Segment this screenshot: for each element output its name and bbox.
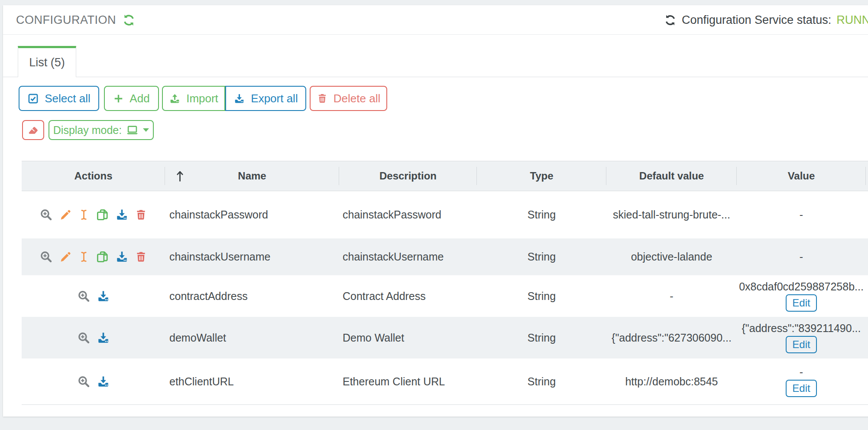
value-text: 0x8cdaf0cd259887258b... — [739, 280, 864, 293]
cell-type: String — [477, 275, 606, 317]
download-icon[interactable] — [97, 290, 110, 303]
cell-default-value: {"address":"627306090... — [606, 317, 737, 358]
row-actions — [22, 317, 165, 358]
column-header-value[interactable]: Value — [737, 161, 866, 191]
add-button[interactable]: Add — [104, 86, 159, 111]
copy-icon[interactable] — [96, 250, 109, 264]
cell-extra — [866, 191, 868, 238]
zoom-in-icon[interactable] — [77, 290, 91, 303]
display-mode-button[interactable]: Display mode: — [49, 120, 154, 140]
download-icon[interactable] — [115, 250, 129, 264]
copy-icon[interactable] — [96, 208, 109, 222]
cell-value: -Edit — [737, 358, 866, 404]
cell-description: chainstackPassword — [339, 191, 477, 238]
add-label: Add — [130, 92, 149, 105]
cell-value: 0x8cdaf0cd259887258b...Edit — [737, 275, 866, 317]
delete-icon[interactable] — [135, 208, 147, 222]
select-all-button[interactable]: Select all — [19, 86, 99, 111]
zoom-in-icon[interactable] — [77, 331, 91, 345]
delete-all-label: Delete all — [334, 92, 380, 105]
import-label: Import — [186, 92, 218, 105]
table-row: demoWalletDemo WalletString{"address":"6… — [22, 317, 868, 358]
download-icon[interactable] — [97, 331, 110, 345]
delete-icon[interactable] — [135, 250, 147, 264]
status-value: RUNNING — [836, 13, 868, 27]
edit-value-button[interactable]: Edit — [786, 294, 816, 312]
download-icon[interactable] — [97, 375, 110, 388]
cell-value: {"address":"839211490...Edit — [737, 317, 866, 358]
tabbar-divider — [3, 77, 868, 77]
cell-description: Ethereum Client URL — [339, 358, 477, 404]
value-text: {"address":"839211490... — [742, 322, 861, 335]
export-all-label: Export all — [251, 92, 298, 105]
cell-extra — [866, 238, 868, 275]
tab-list[interactable]: List (5) — [18, 46, 76, 77]
table-row: ethClientURLEthereum Client URLStringhtt… — [22, 358, 868, 404]
download-icon[interactable] — [115, 208, 129, 222]
cell-type: String — [477, 238, 606, 275]
cell-value: - — [737, 238, 866, 275]
row-actions — [22, 191, 165, 238]
value-text: - — [800, 366, 803, 378]
cell-type: String — [477, 191, 606, 238]
cell-name: contractAddress — [165, 275, 339, 317]
cell-type: String — [477, 358, 606, 404]
column-label: Value — [788, 170, 815, 182]
service-status: Configuration Service status: RUNNING — [664, 5, 868, 35]
cell-type: String — [477, 317, 606, 358]
plus-icon — [113, 93, 124, 104]
zoom-in-icon[interactable] — [39, 250, 53, 264]
edit-icon[interactable] — [59, 251, 72, 264]
cell-name: chainstackUsername — [165, 238, 339, 275]
column-header-type[interactable]: Type — [477, 161, 606, 191]
select-all-label: Select all — [45, 92, 91, 105]
checkbox-checked-icon — [27, 93, 39, 104]
column-label: Type — [530, 170, 553, 182]
column-label: Description — [379, 170, 437, 182]
cell-extra — [866, 275, 868, 317]
text-cursor-icon[interactable] — [78, 208, 90, 222]
page-title: CONFIGURATION — [16, 13, 116, 27]
trash-icon — [317, 93, 328, 104]
edit-value-button[interactable]: Edit — [786, 380, 816, 397]
table-row: chainstackPasswordchainstackPasswordStri… — [22, 191, 868, 238]
tab-list-label: List (5) — [29, 56, 65, 69]
eraser-icon — [28, 124, 39, 136]
status-refresh-icon[interactable] — [664, 14, 677, 26]
cell-value: - — [737, 191, 866, 238]
caret-down-icon — [143, 128, 149, 132]
sort-up-icon[interactable] — [175, 169, 185, 182]
cell-default-value: skied-tall-strung-brute-... — [606, 191, 737, 238]
cell-default-value: - — [606, 275, 737, 317]
download-icon — [233, 93, 245, 104]
status-label: Configuration Service status: — [682, 13, 831, 27]
table-row: chainstackUsernamechainstackUsernameStri… — [22, 238, 868, 275]
cell-description: Demo Wallet — [339, 317, 477, 358]
clear-filters-button[interactable] — [22, 120, 44, 140]
value-text: - — [800, 208, 803, 221]
export-all-button[interactable]: Export all — [225, 86, 306, 111]
laptop-icon — [126, 124, 139, 137]
row-actions — [22, 358, 165, 404]
cell-extra — [866, 358, 868, 404]
config-table-body: chainstackPasswordchainstackPasswordStri… — [22, 191, 868, 405]
edit-icon[interactable] — [59, 208, 72, 222]
column-label: Default value — [639, 170, 704, 182]
page-title-wrap: CONFIGURATION — [16, 5, 136, 35]
value-text: - — [800, 251, 803, 263]
zoom-in-icon[interactable] — [39, 208, 53, 222]
import-button[interactable]: Import — [162, 86, 225, 111]
column-header-default-value[interactable]: Default value — [606, 161, 737, 191]
edit-value-button[interactable]: Edit — [786, 336, 816, 353]
cell-description: chainstackUsername — [339, 238, 477, 275]
column-header-name[interactable]: Name — [165, 161, 339, 191]
row-actions — [22, 238, 165, 275]
cell-extra — [866, 317, 868, 358]
column-header-description[interactable]: Description — [339, 161, 477, 191]
delete-all-button[interactable]: Delete all — [310, 86, 387, 111]
column-header-extra — [866, 161, 868, 191]
text-cursor-icon[interactable] — [78, 250, 90, 264]
cell-name: ethClientURL — [165, 358, 339, 404]
refresh-icon[interactable] — [122, 13, 136, 27]
zoom-in-icon[interactable] — [77, 375, 91, 388]
